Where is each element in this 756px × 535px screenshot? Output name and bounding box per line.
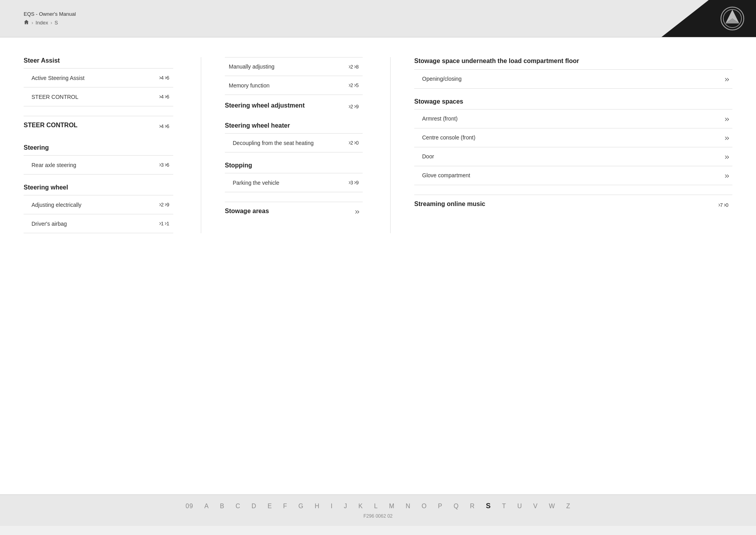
alpha-H[interactable]: H: [315, 503, 320, 510]
streaming-header[interactable]: Streaming online music 70: [414, 195, 732, 214]
list-item[interactable]: STEER CONTROL 46: [24, 87, 173, 106]
memory-function-label: Memory function: [229, 82, 348, 89]
alpha-I[interactable]: I: [331, 503, 333, 510]
sw-heater-title: Steering wheel heater: [225, 122, 363, 129]
steering-entries: Rear axle steering 36: [24, 155, 173, 175]
steering-section: Steering Rear axle steering 36: [24, 144, 173, 175]
steer-control-section: STEER CONTROL 46: [24, 116, 173, 135]
sw-adjustment-title: Steering wheel adjustment: [225, 102, 305, 109]
alpha-G[interactable]: G: [298, 503, 304, 510]
list-item[interactable]: Rear axle steering 36: [24, 156, 173, 175]
breadcrumb-sep-2: ›: [50, 20, 52, 26]
centre-console-front-label: Centre console (front): [422, 134, 724, 141]
steering-title: Steering: [24, 144, 173, 151]
stowage-space-entries: Opening/closing: [414, 69, 732, 89]
glove-compartment-link[interactable]: [724, 172, 728, 178]
col-3: Stowage space underneath the load compar…: [402, 57, 732, 233]
armrest-front-label: Armrest (front): [422, 115, 724, 122]
alpha-D[interactable]: D: [252, 503, 257, 510]
main-content: Steer Assist Active Steering Assist 46 S…: [0, 37, 756, 494]
alpha-U[interactable]: U: [517, 503, 523, 510]
steer-control-sub-page: 46: [159, 94, 169, 100]
steer-control-sub-label: STEER CONTROL: [32, 94, 159, 100]
alpha-J[interactable]: J: [344, 503, 347, 510]
alpha-P[interactable]: P: [438, 503, 443, 510]
alpha-W[interactable]: W: [549, 503, 555, 510]
opening-closing-link[interactable]: [724, 76, 728, 82]
alpha-K[interactable]: K: [358, 503, 363, 510]
alpha-A[interactable]: A: [204, 503, 209, 510]
drivers-airbag-label: Driver's airbag: [32, 221, 159, 227]
list-item[interactable]: Manually adjusting 28: [225, 57, 363, 76]
parking-vehicle-label: Parking the vehicle: [233, 180, 348, 186]
streaming-title: Streaming online music: [414, 201, 485, 208]
alpha-V[interactable]: V: [533, 503, 538, 510]
col-2: Manually adjusting 28 Memory function 25…: [213, 57, 378, 233]
col-1: Steer Assist Active Steering Assist 46 S…: [24, 57, 189, 233]
stopping-section: Stopping Parking the vehicle 39: [225, 162, 363, 192]
stowage-areas-header[interactable]: Stowage areas: [225, 202, 363, 220]
mercedes-logo-box: [709, 0, 756, 37]
streaming-section: Streaming online music 70: [414, 195, 732, 214]
glove-compartment-label: Glove compartment: [422, 172, 724, 178]
stowage-spaces-section: Stowage spaces Armrest (front) Centre co…: [414, 98, 732, 185]
list-item[interactable]: Armrest (front): [414, 110, 732, 128]
alpha-L[interactable]: L: [374, 503, 378, 510]
list-item[interactable]: Parking the vehicle 39: [225, 173, 363, 192]
stopping-title: Stopping: [225, 162, 363, 169]
alpha-M[interactable]: M: [389, 503, 395, 510]
active-steering-assist-label: Active Steering Assist: [32, 75, 159, 81]
stowage-spaces-entries: Armrest (front) Centre console (front): [414, 109, 732, 185]
home-icon[interactable]: [24, 19, 29, 26]
alpha-S[interactable]: S: [486, 502, 491, 510]
alpha-B[interactable]: B: [220, 503, 225, 510]
centre-console-front-link[interactable]: [724, 134, 728, 141]
opening-closing-label: Opening/closing: [422, 76, 724, 82]
sw-adjustment-header[interactable]: Steering wheel adjustment 29: [225, 102, 363, 115]
adjusting-electrically-page: 29: [159, 202, 169, 208]
steering-wheel-title: Steering wheel: [24, 184, 173, 191]
memory-function-page: 25: [348, 82, 359, 88]
footer-document-code: F296 0062 02: [24, 513, 732, 519]
alpha-Q[interactable]: Q: [454, 503, 459, 510]
alpha-09[interactable]: 09: [185, 503, 193, 510]
manually-adjusting-group: Manually adjusting 28 Memory function 25: [225, 57, 363, 95]
list-item[interactable]: Memory function 25: [225, 76, 363, 95]
steer-assist-section: Steer Assist Active Steering Assist 46 S…: [24, 57, 173, 106]
alphabet-navigation: 09 A B C D E F G H I J K L M N O P Q R S…: [24, 502, 732, 510]
alpha-O[interactable]: O: [422, 503, 427, 510]
header-triangle-decoration: [662, 0, 709, 37]
breadcrumb-index[interactable]: Index: [35, 20, 48, 26]
manually-adjusting-label: Manually adjusting: [229, 63, 348, 70]
stowage-space-section: Stowage space underneath the load compar…: [414, 57, 732, 89]
alpha-Z[interactable]: Z: [566, 503, 571, 510]
steering-wheel-entries: Adjusting electrically 29 Driver's airba…: [24, 195, 173, 233]
index-columns: Steer Assist Active Steering Assist 46 S…: [24, 57, 732, 233]
alpha-E[interactable]: E: [267, 503, 272, 510]
list-item[interactable]: Opening/closing: [414, 70, 732, 89]
alpha-T[interactable]: T: [502, 503, 506, 510]
parking-vehicle-page: 39: [348, 180, 359, 186]
col-divider-1: [201, 57, 201, 233]
mercedes-star-logo: [721, 7, 744, 30]
alpha-R[interactable]: R: [470, 503, 475, 510]
list-item[interactable]: Driver's airbag 11: [24, 214, 173, 233]
steer-control-header-row[interactable]: STEER CONTROL 46: [24, 116, 173, 135]
col-divider-2: [390, 57, 391, 233]
list-item[interactable]: Adjusting electrically 29: [24, 195, 173, 214]
alpha-F[interactable]: F: [283, 503, 287, 510]
sw-heater-entries: Decoupling from the seat heating 20: [225, 133, 363, 152]
adjusting-electrically-label: Adjusting electrically: [32, 202, 159, 208]
alpha-N[interactable]: N: [406, 503, 411, 510]
armrest-front-link[interactable]: [724, 115, 728, 122]
list-item[interactable]: Centre console (front): [414, 128, 732, 147]
door-link[interactable]: [724, 153, 728, 160]
stowage-areas-link[interactable]: [354, 208, 359, 214]
alpha-C[interactable]: C: [235, 503, 241, 510]
list-item[interactable]: Active Steering Assist 46: [24, 69, 173, 87]
steer-assist-title: Steer Assist: [24, 57, 173, 64]
list-item[interactable]: Glove compartment: [414, 166, 732, 185]
list-item[interactable]: Decoupling from the seat heating 20: [225, 134, 363, 152]
list-item[interactable]: Door: [414, 147, 732, 166]
breadcrumb-sep-1: ›: [32, 20, 33, 26]
